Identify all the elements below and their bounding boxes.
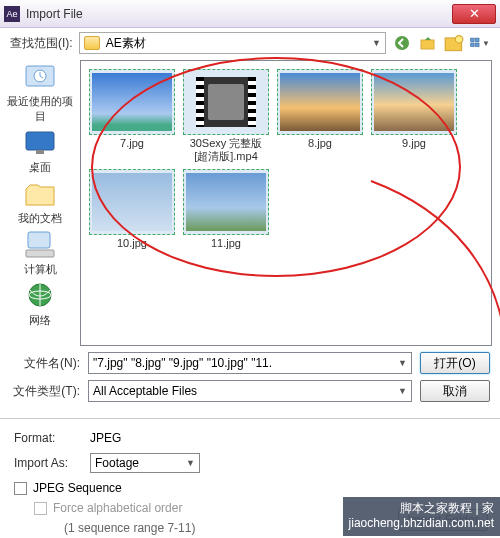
jpeg-sequence-checkbox[interactable] <box>14 482 27 495</box>
up-folder-button[interactable] <box>418 33 438 53</box>
chevron-down-icon[interactable]: ▼ <box>398 358 407 368</box>
chevron-down-icon[interactable]: ▼ <box>398 386 407 396</box>
file-list[interactable]: 7.jpg 30Sexy 完整版[超清版].mp4 8.jpg 9.jpg 10… <box>80 60 492 346</box>
filetype-label: 文件类型(T): <box>10 383 80 400</box>
place-documents[interactable]: 我的文档 <box>5 179 75 226</box>
window-title: Import File <box>26 7 452 21</box>
chevron-down-icon: ▼ <box>482 39 490 48</box>
back-button[interactable] <box>392 33 412 53</box>
importas-dropdown[interactable]: Footage ▼ <box>90 453 200 473</box>
file-item[interactable]: 30Sexy 完整版[超清版].mp4 <box>183 69 269 163</box>
place-network[interactable]: 网络 <box>5 281 75 328</box>
svg-rect-11 <box>36 150 44 154</box>
open-button[interactable]: 打开(O) <box>420 352 490 374</box>
toolbar: 查找范围(I): AE素材 ▼ ▼ <box>0 28 500 58</box>
new-folder-button[interactable] <box>444 33 464 53</box>
format-label: Format: <box>14 431 78 445</box>
svg-rect-7 <box>476 43 479 46</box>
divider <box>0 418 500 419</box>
place-recent[interactable]: 最近使用的项目 <box>5 62 75 124</box>
force-alpha-label: Force alphabetical order <box>53 501 182 515</box>
svg-rect-5 <box>476 38 479 41</box>
folder-dropdown[interactable]: AE素材 ▼ <box>79 32 386 54</box>
close-button[interactable]: ✕ <box>452 4 496 24</box>
file-item[interactable]: 8.jpg <box>277 69 363 163</box>
importas-label: Import As: <box>14 456 78 470</box>
svg-rect-12 <box>28 232 50 248</box>
file-item[interactable]: 7.jpg <box>89 69 175 163</box>
place-computer[interactable]: 计算机 <box>5 230 75 277</box>
view-menu-button[interactable]: ▼ <box>470 33 490 53</box>
chevron-down-icon: ▼ <box>186 458 195 468</box>
cancel-button[interactable]: 取消 <box>420 380 490 402</box>
file-item[interactable]: 9.jpg <box>371 69 457 163</box>
svg-rect-1 <box>421 40 434 49</box>
force-alpha-checkbox <box>34 502 47 515</box>
file-item[interactable]: 10.jpg <box>89 169 175 263</box>
file-item[interactable]: 11.jpg <box>183 169 269 263</box>
watermark: 脚本之家教程 | 家 jiaocheng.bhzidian.com.net <box>343 497 500 536</box>
jpeg-sequence-label: JPEG Sequence <box>33 481 122 495</box>
place-desktop[interactable]: 桌面 <box>5 128 75 175</box>
format-value: JPEG <box>90 431 121 445</box>
svg-rect-6 <box>471 43 474 46</box>
lookin-label: 查找范围(I): <box>10 35 73 52</box>
video-thumbnail-icon <box>196 77 256 127</box>
places-bar: 最近使用的项目 桌面 我的文档 计算机 网络 <box>0 58 80 348</box>
svg-point-0 <box>395 36 409 50</box>
svg-point-3 <box>455 36 463 44</box>
svg-rect-4 <box>471 38 474 41</box>
chevron-down-icon: ▼ <box>372 38 381 48</box>
filename-label: 文件名(N): <box>10 355 80 372</box>
titlebar: Ae Import File ✕ <box>0 0 500 28</box>
app-icon: Ae <box>4 6 20 22</box>
folder-name: AE素材 <box>106 35 146 52</box>
filename-input[interactable]: "7.jpg" "8.jpg" "9.jpg" "10.jpg" "11. ▼ <box>88 352 412 374</box>
folder-icon <box>84 36 100 50</box>
svg-rect-10 <box>26 132 54 150</box>
filetype-dropdown[interactable]: All Acceptable Files ▼ <box>88 380 412 402</box>
svg-rect-13 <box>26 250 54 257</box>
